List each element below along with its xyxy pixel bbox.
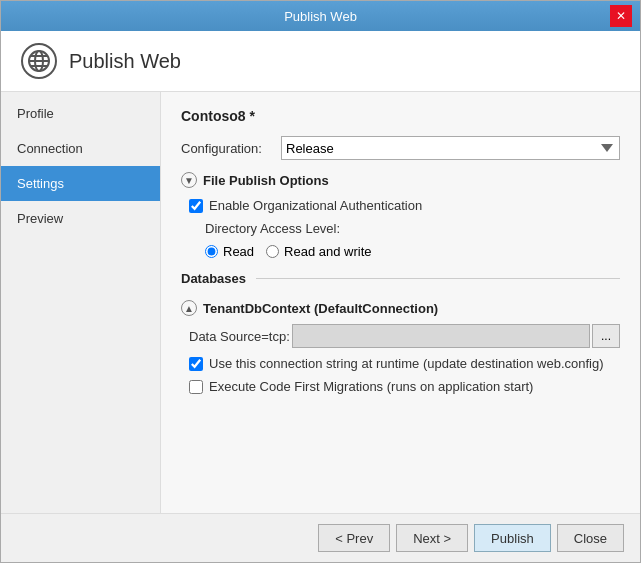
- use-conn-string-row: Use this connection string at runtime (u…: [189, 356, 620, 371]
- conn-string-input[interactable]: [292, 324, 590, 348]
- databases-divider: Databases: [181, 271, 620, 286]
- execute-migrations-label: Execute Code First Migrations (runs on a…: [209, 379, 533, 394]
- access-level-radio-group: Read Read and write: [205, 244, 620, 259]
- radio-read-write[interactable]: [266, 245, 279, 258]
- tenant-db-header[interactable]: ▲ TenantDbContext (DefaultConnection): [181, 300, 620, 316]
- radio-read-label: Read: [223, 244, 254, 259]
- publish-web-icon: [21, 43, 57, 79]
- directory-access-label: Directory Access Level:: [205, 221, 340, 236]
- footer: < Prev Next > Publish Close: [1, 513, 640, 562]
- radio-read-option[interactable]: Read: [205, 244, 254, 259]
- next-button[interactable]: Next >: [396, 524, 468, 552]
- execute-migrations-row: Execute Code First Migrations (runs on a…: [189, 379, 620, 394]
- execute-migrations-checkbox[interactable]: [189, 380, 203, 394]
- tenant-db-title: TenantDbContext (DefaultConnection): [203, 301, 438, 316]
- radio-read-write-label: Read and write: [284, 244, 371, 259]
- dialog-header: Publish Web: [1, 31, 640, 92]
- close-window-button[interactable]: ✕: [610, 5, 632, 27]
- prev-button[interactable]: < Prev: [318, 524, 390, 552]
- sidebar-item-connection[interactable]: Connection: [1, 131, 160, 166]
- connection-string-row: Data Source=tcp: ...: [189, 324, 620, 348]
- window-title: Publish Web: [31, 9, 610, 24]
- configuration-label: Configuration:: [181, 141, 281, 156]
- sidebar-item-settings[interactable]: Settings: [1, 166, 160, 201]
- tenant-db-collapse-icon: ▲: [181, 300, 197, 316]
- use-conn-string-label: Use this connection string at runtime (u…: [209, 356, 604, 371]
- main-panel: Contoso8 * Configuration: Debug Release …: [161, 92, 640, 513]
- file-publish-header[interactable]: ▼ File Publish Options: [181, 172, 620, 188]
- publish-button[interactable]: Publish: [474, 524, 551, 552]
- divider-line: [256, 278, 620, 279]
- title-bar: Publish Web ✕: [1, 1, 640, 31]
- radio-read[interactable]: [205, 245, 218, 258]
- use-conn-string-checkbox[interactable]: [189, 357, 203, 371]
- sidebar-item-preview[interactable]: Preview: [1, 201, 160, 236]
- sidebar: Profile Connection Settings Preview: [1, 92, 161, 513]
- directory-access-row: Directory Access Level:: [205, 221, 620, 236]
- close-button[interactable]: Close: [557, 524, 624, 552]
- content-area: Profile Connection Settings Preview Cont…: [1, 92, 640, 513]
- conn-prefix-label: Data Source=tcp:: [189, 329, 290, 344]
- collapse-icon: ▼: [181, 172, 197, 188]
- sidebar-item-profile[interactable]: Profile: [1, 96, 160, 131]
- dialog-title: Publish Web: [69, 50, 181, 73]
- databases-label: Databases: [181, 271, 246, 286]
- enable-org-auth-label: Enable Organizational Authentication: [209, 198, 422, 213]
- file-publish-label: File Publish Options: [203, 173, 329, 188]
- configuration-row: Configuration: Debug Release: [181, 136, 620, 160]
- enable-org-auth-checkbox[interactable]: [189, 199, 203, 213]
- enable-org-auth-row: Enable Organizational Authentication: [189, 198, 620, 213]
- radio-read-write-option[interactable]: Read and write: [266, 244, 371, 259]
- window: Publish Web ✕ Publish Web Profile Connec…: [0, 0, 641, 563]
- configuration-select[interactable]: Debug Release: [281, 136, 620, 160]
- tenant-db-section: ▲ TenantDbContext (DefaultConnection) Da…: [181, 300, 620, 394]
- section-title: Contoso8 *: [181, 108, 620, 124]
- browse-button[interactable]: ...: [592, 324, 620, 348]
